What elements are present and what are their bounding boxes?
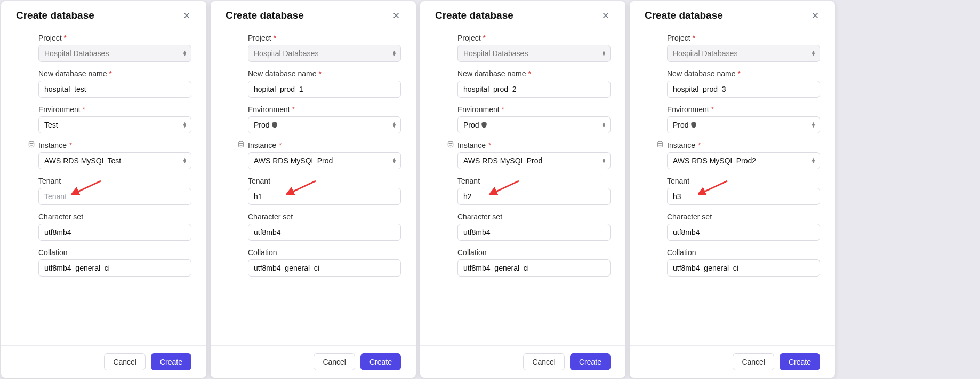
- database-icon: [237, 141, 245, 150]
- environment-label: Environment*: [38, 105, 191, 114]
- project-select[interactable]: Hospital Databases: [667, 45, 820, 62]
- modal-header: Create database: [1, 1, 206, 28]
- dbname-label: New database name*: [38, 69, 191, 78]
- shield-icon: [689, 121, 697, 129]
- charset-field: Character set: [457, 212, 611, 241]
- environment-select[interactable]: Prod: [248, 116, 401, 133]
- dbname-input[interactable]: [457, 81, 611, 98]
- instance-field: Instance* AWS RDS MySQL Prod ▲▼: [248, 141, 401, 169]
- cancel-button[interactable]: Cancel: [733, 353, 774, 370]
- instance-label: Instance*: [38, 141, 191, 149]
- tenant-label: Tenant: [457, 177, 611, 185]
- collation-input[interactable]: [457, 259, 611, 277]
- project-select[interactable]: Hospital Databases: [38, 45, 191, 62]
- cancel-button[interactable]: Cancel: [104, 353, 146, 370]
- dbname-input[interactable]: [667, 81, 820, 98]
- create-button[interactable]: Create: [570, 353, 611, 370]
- instance-label: Instance*: [248, 141, 401, 149]
- create-button[interactable]: Create: [780, 353, 820, 370]
- dbname-field: New database name*: [457, 69, 611, 98]
- tenant-label: Tenant: [667, 177, 820, 185]
- svg-point-0: [29, 141, 34, 144]
- environment-label: Environment*: [248, 105, 401, 114]
- database-icon: [656, 141, 664, 150]
- database-icon: [447, 141, 454, 150]
- tenant-field: Tenant: [38, 177, 191, 205]
- collation-label: Collation: [248, 248, 401, 257]
- instance-select[interactable]: AWS RDS MySQL Prod2: [667, 152, 820, 169]
- collation-field: Collation: [38, 248, 191, 277]
- create-button[interactable]: Create: [151, 353, 191, 370]
- create-database-modal: Create database Project* Hospital Databa…: [630, 1, 835, 378]
- database-icon: [28, 141, 35, 150]
- charset-input[interactable]: [667, 224, 820, 241]
- modal-title: Create database: [16, 10, 94, 21]
- create-button[interactable]: Create: [360, 353, 401, 370]
- dbname-label: New database name*: [457, 69, 611, 78]
- environment-select[interactable]: Test: [38, 116, 191, 133]
- modal-title: Create database: [435, 10, 513, 21]
- instance-select[interactable]: AWS RDS MySQL Prod: [248, 152, 401, 169]
- dbname-input[interactable]: [248, 81, 401, 98]
- charset-label: Character set: [667, 212, 820, 221]
- tenant-input[interactable]: [248, 188, 401, 205]
- environment-field: Environment* Prod ▲▼: [457, 105, 611, 133]
- charset-label: Character set: [248, 212, 401, 221]
- instance-select[interactable]: AWS RDS MySQL Prod: [457, 152, 611, 169]
- tenant-input[interactable]: [38, 188, 191, 205]
- close-button[interactable]: [599, 9, 613, 22]
- modal-body: Project* Hospital Databases ▲▼ New datab…: [630, 28, 835, 345]
- modal-body: Project* Hospital Databases ▲▼ New datab…: [1, 28, 206, 345]
- project-label: Project*: [248, 34, 401, 42]
- collation-input[interactable]: [38, 259, 191, 277]
- instance-field: Instance* AWS RDS MySQL Prod2 ▲▼: [667, 141, 820, 169]
- modal-header: Create database: [211, 1, 416, 28]
- modal-header: Create database: [630, 1, 835, 28]
- collation-input[interactable]: [248, 259, 401, 277]
- svg-point-1: [238, 141, 243, 144]
- tenant-input[interactable]: [667, 188, 820, 205]
- modal-footer: Cancel Create: [420, 345, 625, 378]
- modal-footer: Cancel Create: [630, 345, 835, 378]
- close-button[interactable]: [180, 9, 194, 22]
- charset-input[interactable]: [38, 224, 191, 241]
- dbname-field: New database name*: [667, 69, 820, 98]
- modal-footer: Cancel Create: [211, 345, 416, 378]
- close-button[interactable]: [808, 9, 822, 22]
- modal-header: Create database: [420, 1, 625, 28]
- charset-input[interactable]: [457, 224, 611, 241]
- collation-input[interactable]: [667, 259, 820, 277]
- dbname-input[interactable]: [38, 81, 191, 98]
- tenant-field: Tenant: [667, 177, 820, 205]
- charset-field: Character set: [248, 212, 401, 241]
- project-select[interactable]: Hospital Databases: [457, 45, 611, 62]
- project-field: Project* Hospital Databases ▲▼: [38, 34, 191, 62]
- modal-body: Project* Hospital Databases ▲▼ New datab…: [420, 28, 625, 345]
- tenant-label: Tenant: [248, 177, 401, 185]
- environment-field: Environment* Prod ▲▼: [667, 105, 820, 133]
- close-icon: [601, 11, 611, 20]
- project-label: Project*: [667, 34, 820, 42]
- svg-point-3: [657, 141, 662, 144]
- project-field: Project* Hospital Databases ▲▼: [457, 34, 611, 62]
- instance-label: Instance*: [667, 141, 820, 149]
- cancel-button[interactable]: Cancel: [523, 353, 565, 370]
- charset-field: Character set: [38, 212, 191, 241]
- svg-point-2: [448, 141, 453, 144]
- project-select[interactable]: Hospital Databases: [248, 45, 401, 62]
- instance-select[interactable]: AWS RDS MySQL Test: [38, 152, 191, 169]
- collation-label: Collation: [457, 248, 611, 257]
- charset-input[interactable]: [248, 224, 401, 241]
- modal-footer: Cancel Create: [1, 345, 206, 378]
- modal-title: Create database: [226, 10, 304, 21]
- instance-field: Instance* AWS RDS MySQL Test ▲▼: [38, 141, 191, 169]
- tenant-input[interactable]: [457, 188, 611, 205]
- close-button[interactable]: [389, 9, 403, 22]
- tenant-label: Tenant: [38, 177, 191, 185]
- environment-select[interactable]: Prod: [457, 116, 611, 133]
- project-label: Project*: [38, 34, 191, 42]
- environment-label: Environment*: [667, 105, 820, 114]
- cancel-button[interactable]: Cancel: [314, 353, 355, 370]
- shield-icon: [270, 121, 278, 129]
- environment-select[interactable]: Prod: [667, 116, 820, 133]
